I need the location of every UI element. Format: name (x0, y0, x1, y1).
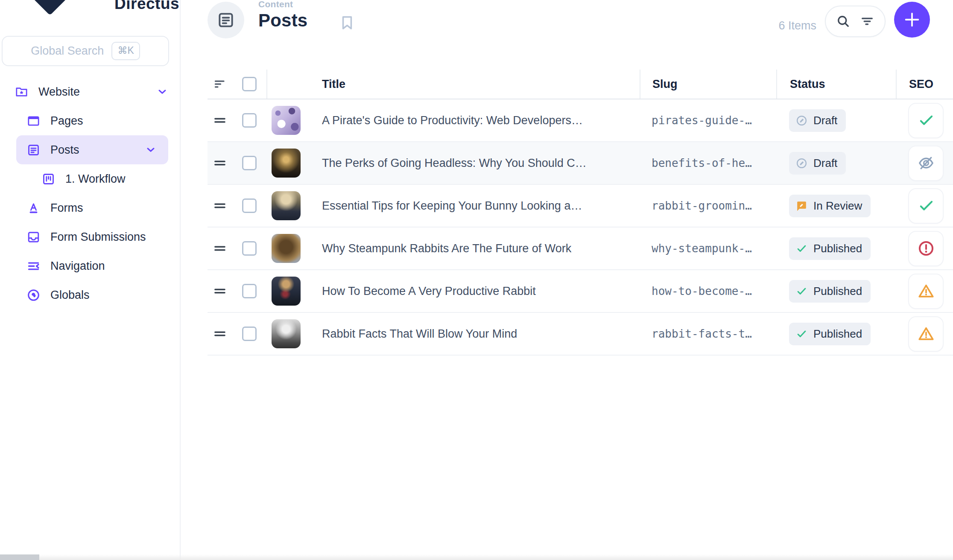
posts-table: Title Slug Status SEO A Pirate's Guide t… (208, 70, 953, 356)
table-row[interactable]: Why Steampunk Rabbits Are The Future of … (208, 228, 953, 270)
directus-logo-icon (32, 0, 67, 15)
browser-window-icon (26, 114, 41, 128)
search-placeholder: Global Search (31, 44, 104, 58)
collection-icon-button[interactable] (208, 2, 244, 38)
sidebar-item-form-submissions[interactable]: Form Submissions (0, 222, 180, 251)
table-row[interactable]: Rabbit Facts That Will Blow Your Mind ra… (208, 313, 953, 356)
kanban-icon (41, 172, 56, 186)
row-checkbox[interactable] (242, 327, 257, 341)
sidebar-item-posts[interactable]: Posts (16, 135, 168, 164)
sidebar-item-label: Navigation (50, 260, 105, 273)
row-checkbox[interactable] (242, 156, 257, 170)
post-title: Why Steampunk Rabbits Are The Future of … (322, 242, 571, 255)
sidebar-item-forms[interactable]: Forms (0, 193, 180, 222)
post-thumbnail (272, 106, 301, 135)
table-row[interactable]: A Pirate's Guide to Productivity: Web De… (208, 99, 953, 142)
manual-sort-icon[interactable] (212, 76, 228, 92)
in-review-icon (795, 199, 808, 213)
inbox-icon (26, 230, 41, 244)
article-icon (26, 143, 41, 157)
filter-icon[interactable] (859, 14, 875, 29)
post-slug: rabbit-groomin… (652, 199, 752, 212)
published-check-icon (795, 285, 808, 298)
post-slug: how-to-become-… (652, 285, 752, 298)
global-search-input[interactable]: Global Search ⌘K (2, 36, 169, 66)
published-check-icon (795, 327, 808, 341)
post-title: The Perks of Going Headless: Why You Sho… (322, 157, 587, 169)
draft-icon (795, 114, 808, 127)
drag-handle-icon[interactable] (212, 240, 228, 257)
sidebar-item-label: Forms (50, 201, 83, 215)
table-header-row: Title Slug Status SEO (208, 70, 953, 99)
sidebar-item-navigation[interactable]: Navigation (0, 251, 180, 280)
seo-status-button[interactable] (908, 146, 944, 181)
row-checkbox[interactable] (242, 284, 257, 298)
add-item-button[interactable] (894, 2, 930, 38)
sidebar-item-globals[interactable]: Globals (0, 280, 180, 309)
page-header: Content Posts 6 Items (208, 2, 953, 38)
sidebar-item-label: Posts (50, 143, 79, 157)
post-thumbnail (272, 277, 301, 306)
column-header-status[interactable]: Status (776, 70, 896, 99)
seo-status-button[interactable] (908, 188, 944, 224)
chevron-down-icon[interactable] (156, 85, 169, 98)
sidebar: Directus Global Search ⌘K Website Pages … (0, 0, 181, 560)
seo-status-button[interactable] (908, 316, 944, 352)
table-row[interactable]: Essential Tips for Keeping Your Bunny Lo… (208, 185, 953, 228)
brand-header[interactable]: Directus (0, 0, 180, 19)
status-label: Published (813, 285, 862, 298)
column-header-title[interactable]: Title (307, 70, 640, 99)
drag-handle-icon[interactable] (212, 326, 228, 342)
table-row[interactable]: The Perks of Going Headless: Why You Sho… (208, 142, 953, 185)
search-filter-pill (825, 6, 886, 37)
folder-star-icon (15, 85, 29, 99)
column-header-slug[interactable]: Slug (640, 70, 776, 99)
title-block: Content Posts (258, 0, 307, 31)
table-row[interactable]: How To Become A Very Productive Rabbit h… (208, 270, 953, 313)
row-checkbox[interactable] (242, 198, 257, 213)
sidebar-item-workflow[interactable]: 1. Workflow (0, 164, 180, 193)
post-slug: why-steampunk-… (652, 242, 752, 255)
menu-open-icon (26, 259, 41, 273)
select-all-checkbox[interactable] (242, 77, 257, 91)
sidebar-item-label: Website (38, 85, 80, 99)
status-label: Published (813, 327, 862, 341)
chevron-down-icon[interactable] (144, 143, 157, 156)
directus-app: Directus Global Search ⌘K Website Pages … (0, 0, 953, 560)
bookmark-icon[interactable] (338, 14, 356, 32)
globe-icon (26, 288, 41, 302)
drag-handle-icon[interactable] (212, 155, 228, 171)
seo-status-button[interactable] (908, 231, 944, 266)
sidebar-item-label: Form Submissions (50, 230, 146, 244)
search-shortcut-key: ⌘K (111, 42, 140, 60)
drag-handle-icon[interactable] (212, 112, 228, 128)
eye-off-icon (917, 154, 935, 172)
letter-a-underline-icon (26, 201, 41, 215)
seo-status-button[interactable] (908, 274, 944, 309)
header-actions: 6 Items (778, 2, 930, 38)
drag-handle-icon[interactable] (212, 283, 228, 299)
post-title: A Pirate's Guide to Productivity: Web De… (322, 114, 583, 127)
column-header-seo[interactable]: SEO (896, 70, 953, 99)
horizontal-scrollbar[interactable] (0, 554, 953, 560)
post-title: Rabbit Facts That Will Blow Your Mind (322, 327, 517, 340)
sidebar-item-website[interactable]: Website (0, 77, 180, 106)
status-badge: Draft (789, 152, 846, 175)
status-label: Published (813, 242, 862, 255)
row-checkbox[interactable] (242, 113, 257, 128)
post-thumbnail (272, 319, 301, 348)
status-badge: In Review (789, 195, 871, 217)
post-thumbnail (272, 191, 301, 220)
search-icon[interactable] (836, 14, 851, 29)
scrollbar-thumb[interactable] (0, 554, 39, 560)
sidebar-item-pages[interactable]: Pages (0, 106, 180, 135)
warning-icon (917, 325, 935, 343)
seo-status-button[interactable] (908, 103, 944, 138)
post-title: How To Become A Very Productive Rabbit (322, 285, 536, 298)
breadcrumb: Content (258, 0, 307, 9)
drag-handle-icon[interactable] (212, 198, 228, 214)
post-thumbnail (272, 149, 301, 178)
warning-icon (917, 282, 935, 300)
row-checkbox[interactable] (242, 241, 257, 256)
seo-ok-icon (917, 197, 935, 215)
